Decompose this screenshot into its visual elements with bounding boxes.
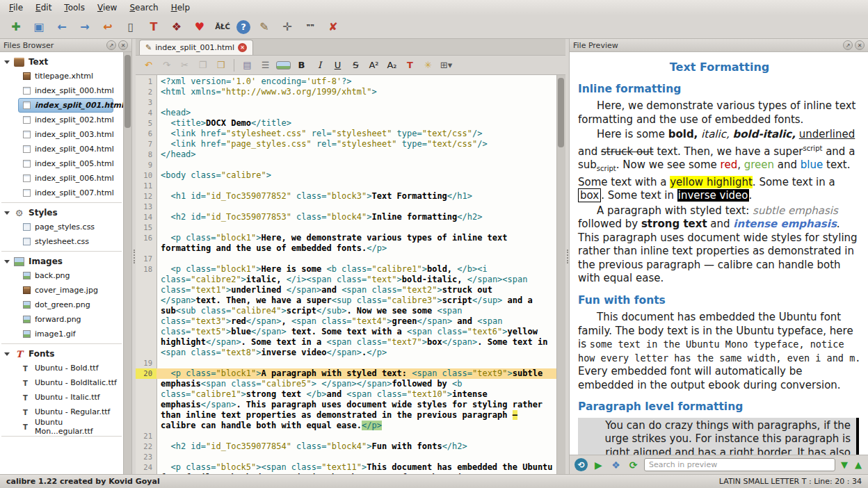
- remove-unused-css-icon[interactable]: ✘: [324, 18, 342, 36]
- embed-fonts-icon[interactable]: ✛: [278, 18, 296, 36]
- file-item[interactable]: Ubuntu - Bold.ttf: [18, 361, 123, 375]
- menu-edit[interactable]: Edit: [29, 1, 58, 14]
- undo-arrow-icon[interactable]: ↩: [99, 18, 117, 36]
- category-text[interactable]: Text: [0, 54, 123, 69]
- code-line[interactable]: 11: [136, 181, 556, 191]
- code-line[interactable]: 3: [136, 97, 556, 108]
- insert-image-icon[interactable]: [276, 61, 291, 70]
- file-item[interactable]: stylesheet.css: [18, 234, 123, 249]
- preview-run-button[interactable]: ▶: [592, 458, 605, 471]
- file-item[interactable]: titlepage.xhtml: [18, 69, 123, 83]
- redo-icon[interactable]: ↷: [159, 58, 174, 72]
- code-line[interactable]: 23: [136, 452, 556, 462]
- special-characters-icon[interactable]: ĂŁĆ: [214, 18, 232, 36]
- file-item[interactable]: Ubuntu Mon...egular.ttf: [18, 419, 123, 434]
- menu-tools[interactable]: Tools: [58, 1, 91, 14]
- find-next-icon[interactable]: ▼: [839, 459, 849, 470]
- file-item[interactable]: index_split_004.html: [18, 142, 123, 156]
- undo-icon[interactable]: ↶: [141, 58, 156, 72]
- scrollbar-thumb[interactable]: [124, 55, 131, 128]
- open-in-browser-button[interactable]: ❖: [609, 458, 622, 471]
- code-line[interactable]: 22 <h2 id="id_Toc359077854" class="block…: [136, 441, 556, 452]
- category-fonts[interactable]: Fonts: [0, 346, 123, 361]
- file-item[interactable]: cover_image.jpg: [18, 283, 123, 298]
- bold-button[interactable]: B: [294, 58, 309, 72]
- cut-icon[interactable]: ✂: [177, 58, 192, 72]
- code-line[interactable]: 24 <p class="block5"><span class="text11…: [136, 462, 556, 474]
- preview-refresh-button[interactable]: ⟳: [627, 458, 640, 471]
- insert-list-icon[interactable]: ☰: [258, 58, 273, 72]
- code-line[interactable]: 7 <link href="page_styles.css" rel="styl…: [136, 139, 556, 149]
- help-icon[interactable]: ?: [236, 20, 250, 34]
- file-item[interactable]: index_split_001.html: [18, 98, 113, 113]
- text-color-button[interactable]: T: [403, 58, 417, 72]
- file-item[interactable]: index_split_003.html: [18, 127, 123, 142]
- code-line[interactable]: 6 <link href="stylesheet.css" rel="style…: [136, 129, 556, 139]
- file-item[interactable]: index_split_000.html: [18, 83, 123, 98]
- strikethrough-button[interactable]: S: [348, 58, 363, 72]
- tab-close-icon[interactable]: ✕: [238, 43, 247, 52]
- subscript-button[interactable]: A₂: [385, 58, 399, 72]
- save-icon[interactable]: ▣: [30, 18, 48, 36]
- preview-back-button[interactable]: ⟲: [574, 458, 588, 471]
- edit-toc-icon[interactable]: T: [145, 18, 163, 36]
- forward-icon[interactable]: →: [76, 18, 94, 36]
- smarten-punctuation-icon[interactable]: ❞❞: [301, 18, 319, 36]
- close-icon[interactable]: ✕: [855, 40, 865, 50]
- expand-triangle-icon[interactable]: [4, 60, 10, 64]
- file-item[interactable]: forward.png: [18, 312, 123, 327]
- code-line[interactable]: 12 <h1 id="id_Toc359077852" class="block…: [136, 191, 556, 202]
- italic-button[interactable]: I: [312, 58, 327, 72]
- code-line[interactable]: 8</head>: [136, 149, 556, 160]
- menu-file[interactable]: File: [3, 1, 29, 14]
- code-line[interactable]: 19: [136, 358, 556, 368]
- expand-triangle-icon[interactable]: [4, 352, 10, 356]
- code-line[interactable]: 1<?xml version='1.0' encoding='utf-8'?>: [136, 76, 556, 87]
- code-line[interactable]: 4<head>: [136, 108, 556, 118]
- code-line[interactable]: 18 <p class="block1">Here is some <b cla…: [136, 264, 556, 358]
- scrollbar-thumb[interactable]: [558, 78, 564, 147]
- code-line[interactable]: 15: [136, 222, 556, 233]
- code-line[interactable]: 14 <h2 id="id_Toc359077853" class="block…: [136, 212, 556, 222]
- menu-help[interactable]: Help: [165, 1, 196, 14]
- code-line[interactable]: 21: [136, 431, 556, 441]
- copy-icon[interactable]: ❐: [195, 58, 210, 72]
- search-input[interactable]: [644, 458, 835, 471]
- expand-triangle-icon[interactable]: [4, 260, 10, 263]
- undock-icon[interactable]: ↗: [843, 40, 853, 50]
- undock-icon[interactable]: ↗: [106, 40, 116, 50]
- close-icon[interactable]: ✕: [118, 40, 128, 50]
- tab-index-split-001[interactable]: ✎ index_split_001.html ✕: [139, 40, 253, 55]
- category-images[interactable]: Images: [0, 254, 123, 268]
- code-line[interactable]: 5 <title>DOCX Demo</title>: [136, 118, 556, 129]
- file-item[interactable]: index_split_007.html: [18, 186, 123, 200]
- arrange-files-icon[interactable]: ✎: [255, 18, 273, 36]
- new-file-icon[interactable]: ✚: [7, 18, 25, 36]
- file-item[interactable]: index_split_002.html: [18, 113, 123, 127]
- code-area[interactable]: 1<?xml version='1.0' encoding='utf-8'?>2…: [136, 75, 556, 474]
- code-line[interactable]: 13: [136, 202, 556, 212]
- find-previous-icon[interactable]: ▲: [853, 459, 863, 470]
- code-line[interactable]: 2<html xmlns="http://www.w3.org/1999/xht…: [136, 87, 556, 97]
- file-item[interactable]: image1.gif: [18, 327, 123, 341]
- code-line[interactable]: 10<body class="calibre">: [136, 170, 556, 181]
- superscript-button[interactable]: A²: [367, 58, 381, 72]
- smarten-icon[interactable]: ✳: [421, 58, 435, 72]
- menu-view[interactable]: View: [91, 1, 123, 14]
- donate-icon[interactable]: ♥: [191, 18, 209, 36]
- underline-button[interactable]: U: [330, 58, 345, 72]
- file-item[interactable]: Ubuntu - Italic.ttf: [18, 390, 123, 405]
- insert-table-button[interactable]: ⊞▾: [439, 58, 453, 72]
- check-book-icon[interactable]: ❖: [168, 18, 186, 36]
- file-item[interactable]: dot_green.png: [18, 298, 123, 312]
- file-item[interactable]: index_split_006.html: [18, 171, 123, 186]
- code-line[interactable]: 17: [136, 254, 556, 264]
- code-line[interactable]: 20 <p class="block1">A paragraph with st…: [136, 368, 556, 431]
- back-icon[interactable]: ←: [53, 18, 71, 36]
- sidebar-scrollbar[interactable]: [123, 52, 131, 474]
- menu-search[interactable]: Search: [123, 1, 164, 14]
- file-item[interactable]: index_split_005.html: [18, 156, 123, 171]
- category-styles[interactable]: Styles: [0, 205, 123, 220]
- code-line[interactable]: 9: [136, 160, 556, 170]
- file-item[interactable]: Ubuntu - BoldItalic.ttf: [18, 375, 123, 390]
